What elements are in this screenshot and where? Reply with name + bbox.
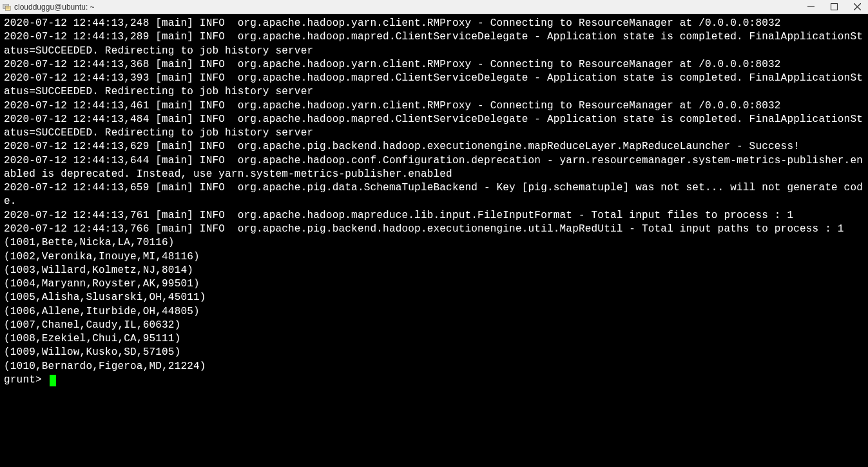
output-line: (1005,Alisha,Slusarski,OH,45011): [4, 291, 864, 304]
log-line: 2020-07-12 12:44:13,629 [main] INFO org.…: [4, 140, 864, 154]
terminal-area[interactable]: 2020-07-12 12:44:13,248 [main] INFO org.…: [0, 14, 868, 467]
log-line: 2020-07-12 12:44:13,484 [main] INFO org.…: [4, 113, 864, 141]
maximize-button[interactable]: [829, 3, 838, 12]
output-line: (1007,Chanel,Caudy,IL,60632): [4, 319, 864, 332]
putty-icon: [3, 3, 12, 12]
log-line: 2020-07-12 12:44:13,644 [main] INFO org.…: [4, 154, 864, 182]
window-title: cloudduggu@ubuntu: ~: [14, 3, 806, 12]
window-controls: [806, 3, 865, 12]
svg-rect-5: [831, 4, 837, 10]
output-line: (1001,Bette,Nicka,LA,70116): [4, 236, 864, 250]
output-line: (1010,Bernardo,Figeroa,MD,21224): [4, 360, 864, 373]
output-line: (1009,Willow,Kusko,SD,57105): [4, 346, 864, 359]
log-line: 2020-07-12 12:44:13,461 [main] INFO org.…: [4, 99, 864, 113]
titlebar: cloudduggu@ubuntu: ~: [0, 0, 868, 14]
log-line: 2020-07-12 12:44:13,289 [main] INFO org.…: [4, 30, 864, 58]
prompt-line: grunt>: [4, 373, 864, 387]
output-line: (1002,Veronika,Inouye,MI,48116): [4, 250, 864, 264]
log-line: 2020-07-12 12:44:13,248 [main] INFO org.…: [4, 17, 864, 30]
output-line: (1004,Maryann,Royster,AK,99501): [4, 277, 864, 291]
cursor-icon: [50, 375, 56, 386]
output-line: (1003,Willard,Kolmetz,NJ,8014): [4, 264, 864, 277]
output-line: (1006,Allene,Iturbide,OH,44805): [4, 305, 864, 319]
log-line: 2020-07-12 12:44:13,766 [main] INFO org.…: [4, 223, 864, 236]
output-line: (1008,Ezekiel,Chui,CA,95111): [4, 332, 864, 346]
log-line: 2020-07-12 12:44:13,761 [main] INFO org.…: [4, 209, 864, 223]
log-line: 2020-07-12 12:44:13,368 [main] INFO org.…: [4, 58, 864, 72]
close-button[interactable]: [853, 3, 862, 12]
log-line: 2020-07-12 12:44:13,659 [main] INFO org.…: [4, 181, 864, 209]
prompt-text: grunt>: [4, 373, 48, 387]
log-line: 2020-07-12 12:44:13,393 [main] INFO org.…: [4, 72, 864, 99]
minimize-button[interactable]: [806, 3, 815, 12]
